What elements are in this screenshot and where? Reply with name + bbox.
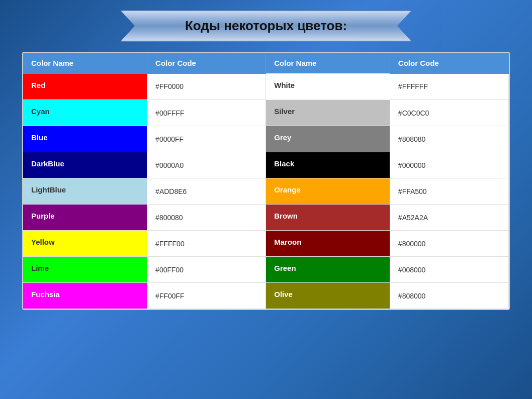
table-row: Blue#0000FFGrey#808080 — [23, 126, 509, 152]
right-color-name: Orange — [266, 178, 390, 204]
color-table: Color Name Color Code Color Name Color C… — [23, 53, 509, 309]
left-color-code: #00FF00 — [147, 257, 266, 283]
right-color-name: Maroon — [266, 231, 390, 256]
header-color-name-1: Color Name — [23, 53, 147, 74]
table-row: Yellow#FFFF00Maroon#800000 — [23, 231, 509, 257]
left-color-name: Red — [23, 74, 147, 100]
table-row: Purple#800080Brown#A52A2A — [23, 205, 509, 231]
right-color-code: #008000 — [390, 257, 508, 283]
right-color-name: White — [266, 74, 390, 99]
header-color-name-2: Color Name — [266, 53, 390, 74]
left-color-name: DarkBlue — [23, 152, 147, 178]
left-color-name: Cyan — [23, 100, 147, 126]
table-row: Cyan#00FFFFSilver#C0C0C0 — [23, 100, 509, 126]
table-row: Fuchsia#FF00FFOlive#808000 — [23, 283, 509, 309]
header-color-code-1: Color Code — [147, 53, 266, 74]
page-title: Коды некоторых цветов: — [141, 18, 391, 34]
left-color-code: #FF00FF — [147, 283, 266, 309]
left-color-code: #FFFF00 — [147, 231, 266, 257]
table-row: Red#FF0000White#FFFFFF — [23, 74, 509, 100]
left-color-name: Purple — [23, 205, 147, 230]
right-color-code: #808000 — [390, 283, 508, 309]
title-banner: Коды некоторых цветов: — [120, 10, 412, 42]
left-color-code: #FF0000 — [147, 74, 266, 100]
right-color-name: Silver — [266, 100, 390, 126]
table-row: DarkBlue#0000A0Black#000000 — [23, 152, 509, 178]
right-color-name: Grey — [266, 126, 390, 152]
right-color-code: #800000 — [390, 231, 508, 257]
table-row: Lime#00FF00Green#008000 — [23, 257, 509, 283]
right-color-name: Green — [266, 257, 390, 282]
right-color-code: #A52A2A — [390, 205, 508, 231]
right-color-code: #FFFFFF — [390, 74, 508, 100]
left-color-name: Lime — [23, 257, 147, 282]
right-color-code: #FFA500 — [390, 178, 508, 205]
left-color-code: #0000FF — [147, 126, 266, 152]
left-color-name: Fuchsia — [23, 283, 147, 309]
left-color-name: Yellow — [23, 231, 147, 256]
left-color-code: #0000A0 — [147, 152, 266, 178]
right-color-name: Brown — [266, 205, 390, 230]
left-color-name: LightBlue — [23, 178, 147, 204]
header-color-code-2: Color Code — [390, 53, 508, 74]
right-color-name: Olive — [266, 283, 390, 309]
left-color-code: #00FFFF — [147, 100, 266, 126]
left-color-name: Blue — [23, 126, 147, 152]
left-color-code: #ADD8E6 — [147, 178, 266, 205]
right-color-code: #808080 — [390, 126, 508, 152]
right-color-code: #C0C0C0 — [390, 100, 508, 126]
left-color-code: #800080 — [147, 205, 266, 231]
table-row: LightBlue#ADD8E6Orange#FFA500 — [23, 178, 509, 205]
table-header-row: Color Name Color Code Color Name Color C… — [23, 53, 509, 74]
color-table-container: Color Name Color Code Color Name Color C… — [22, 52, 510, 310]
right-color-code: #000000 — [390, 152, 508, 178]
right-color-name: Black — [266, 152, 390, 178]
